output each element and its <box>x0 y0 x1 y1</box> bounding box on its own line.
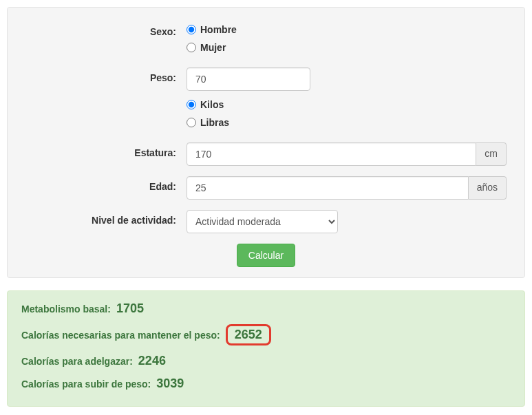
radio-mujer[interactable] <box>187 43 196 52</box>
row-estatura: Estatura: cm <box>21 142 511 166</box>
radio-hombre-label[interactable]: Hombre <box>200 24 237 35</box>
row-peso: Peso: Kilos Libras <box>21 67 511 132</box>
row-edad: Edad: años <box>21 176 511 200</box>
field-actividad: Actividad moderada <box>187 210 511 233</box>
result-adelgazar-value: 2246 <box>138 354 166 368</box>
result-mantener-label: Calorías necesarias para mantener el pes… <box>21 330 220 341</box>
result-adelgazar: Calorías para adelgazar: 2246 <box>21 354 511 368</box>
input-peso[interactable] <box>187 67 310 91</box>
result-subir-label: Calorías para subir de peso: <box>21 379 151 390</box>
result-subir-value: 3039 <box>156 376 184 391</box>
radio-kilos-label[interactable]: Kilos <box>200 99 224 110</box>
field-edad: años <box>187 176 511 200</box>
result-mantener: Calorías necesarias para mantener el pes… <box>21 324 511 345</box>
select-actividad[interactable]: Actividad moderada <box>187 210 338 233</box>
result-subir: Calorías para subir de peso: 3039 <box>21 376 511 391</box>
result-basal-value: 1705 <box>116 301 144 316</box>
results-panel: Metabolismo basal: 1705 Calorías necesar… <box>7 290 525 407</box>
row-sexo: Sexo: Hombre Mujer <box>21 21 511 57</box>
result-basal: Metabolismo basal: 1705 <box>21 301 511 316</box>
radio-hombre[interactable] <box>187 25 196 34</box>
unit-estatura: cm <box>476 142 507 166</box>
label-sexo: Sexo: <box>21 21 187 37</box>
radio-kilos[interactable] <box>187 100 196 109</box>
radio-libras[interactable] <box>187 118 196 127</box>
label-actividad: Nivel de actividad: <box>21 210 187 226</box>
row-actividad: Nivel de actividad: Actividad moderada <box>21 210 511 233</box>
unit-edad: años <box>469 176 507 200</box>
label-estatura: Estatura: <box>21 142 187 158</box>
result-basal-label: Metabolismo basal: <box>21 304 111 315</box>
highlight-mantener: 2652 <box>226 324 271 345</box>
radio-mujer-label[interactable]: Mujer <box>200 42 226 53</box>
field-peso: Kilos Libras <box>187 67 511 132</box>
submit-row: Calcular <box>21 244 511 267</box>
label-peso: Peso: <box>21 67 187 83</box>
input-edad[interactable] <box>187 176 469 200</box>
input-estatura[interactable] <box>187 142 476 166</box>
result-adelgazar-label: Calorías para adelgazar: <box>21 356 133 367</box>
label-edad: Edad: <box>21 176 187 192</box>
field-sexo: Hombre Mujer <box>187 21 511 57</box>
radio-libras-label[interactable]: Libras <box>200 117 229 128</box>
calcular-button[interactable]: Calcular <box>237 244 295 267</box>
result-mantener-value: 2652 <box>235 328 262 341</box>
field-estatura: cm <box>187 142 511 166</box>
calorie-calculator-form: Sexo: Hombre Mujer Peso: Kilos Libras <box>7 7 525 278</box>
